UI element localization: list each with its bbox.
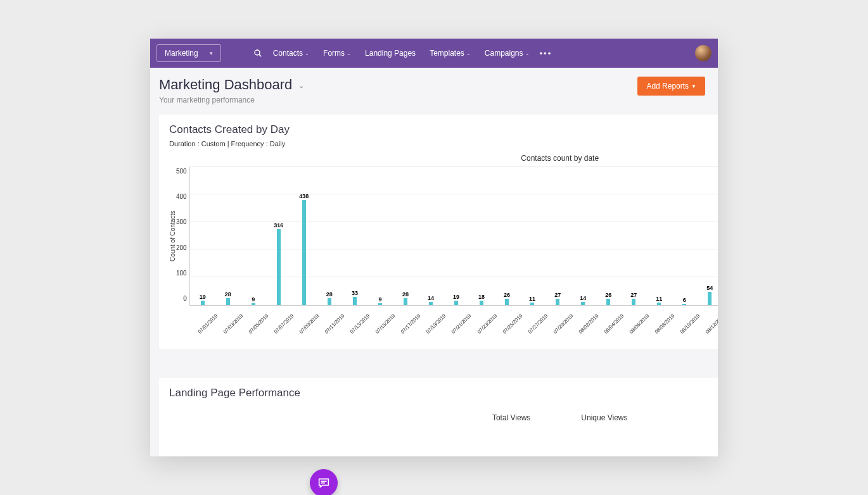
- bar[interactable]: 14: [570, 295, 596, 305]
- bar-value-label: 18: [478, 294, 485, 300]
- bar-value-label: 19: [200, 294, 206, 300]
- card-title: Landing Page Performance: [169, 387, 718, 399]
- x-axis-tick: 08/08/2019: [654, 313, 676, 335]
- y-axis-tick: 200: [176, 244, 187, 251]
- bar-value-label: 438: [299, 193, 309, 199]
- bar-value-label: 54: [706, 285, 713, 291]
- y-axis-tick: 500: [176, 168, 187, 175]
- chart-plot: 1928931643828339281419182611271426271165…: [189, 166, 718, 306]
- y-axis: 5004003002001000: [176, 166, 189, 306]
- nav-item-forms[interactable]: Forms⌄: [323, 49, 351, 58]
- bar[interactable]: 18: [469, 294, 494, 305]
- x-axis-tick: 08/02/2019: [577, 313, 599, 335]
- bar[interactable]: 26: [596, 292, 621, 305]
- card-contacts-by-day: Contacts Created by Day Duration : Custo…: [159, 115, 718, 349]
- bar[interactable]: 28: [393, 291, 418, 305]
- x-axis-tick: 07/17/2019: [400, 313, 422, 335]
- avatar[interactable]: [695, 45, 712, 61]
- x-axis-tick: 07/13/2019: [349, 313, 371, 335]
- y-axis-tick: 400: [176, 193, 187, 200]
- x-axis-tick: 08/10/2019: [679, 313, 701, 335]
- x-axis-tick: 07/21/2019: [450, 313, 473, 335]
- bar-value-label: 11: [529, 296, 535, 302]
- bar-value-label: 27: [554, 292, 561, 298]
- bar-value-label: 27: [630, 292, 637, 298]
- bar-value-label: 9: [378, 296, 381, 303]
- x-axis-tick: 07/29/2019: [552, 313, 574, 335]
- nav-item-campaigns[interactable]: Campaigns⌄: [485, 49, 530, 58]
- bar[interactable]: 11: [646, 296, 672, 305]
- chevron-down-icon: ⌄: [305, 51, 309, 56]
- caret-down-icon: ▼: [691, 84, 696, 89]
- bar[interactable]: 28: [317, 291, 342, 305]
- x-axis: 07/01/201907/03/201907/05/201907/07/2019…: [169, 306, 718, 311]
- bar-value-label: 6: [683, 297, 686, 303]
- nav-item-contacts[interactable]: Contacts⌄: [273, 49, 309, 58]
- metric-column-header: Total Views: [492, 413, 530, 422]
- dashboard-body: Contacts Created by Day Duration : Custo…: [150, 111, 718, 456]
- bar[interactable]: 6: [672, 297, 697, 305]
- page-header: Marketing Dashboard ⌄ Your marketing per…: [150, 68, 718, 111]
- bar-value-label: 14: [428, 295, 434, 301]
- bar-value-label: 19: [453, 294, 459, 300]
- bar[interactable]: 27: [545, 292, 570, 305]
- bar-value-label: 316: [274, 222, 283, 229]
- module-selector-label: Marketing: [165, 49, 198, 58]
- chevron-down-icon: ⌄: [347, 51, 351, 56]
- chart-title: Contacts count by date: [169, 154, 718, 163]
- bar-value-label: 9: [252, 296, 255, 303]
- bar[interactable]: 26: [494, 292, 520, 305]
- bar-value-label: 28: [402, 291, 409, 298]
- nav-item-label: Campaigns: [485, 49, 523, 58]
- search-icon[interactable]: [253, 48, 263, 58]
- chat-fab[interactable]: [310, 469, 338, 495]
- bar[interactable]: 11: [520, 296, 545, 305]
- topbar: Marketing ▾ Contacts⌄Forms⌄Landing Pages…: [150, 39, 718, 68]
- more-menu-icon[interactable]: •••: [540, 49, 552, 58]
- bar-value-label: 11: [656, 296, 662, 302]
- nav-item-label: Landing Pages: [365, 49, 416, 58]
- bar-value-label: 28: [225, 291, 231, 298]
- metric-column-header: Unique Views: [581, 413, 627, 422]
- x-axis-tick: 07/15/2019: [374, 313, 397, 335]
- bar[interactable]: 9: [367, 296, 393, 305]
- bar[interactable]: 19: [444, 294, 469, 305]
- add-reports-button[interactable]: Add Reports ▼: [637, 77, 705, 96]
- y-axis-tick: 300: [176, 218, 187, 225]
- bar-value-label: 26: [605, 292, 611, 298]
- chevron-down-icon: ⌄: [466, 51, 471, 56]
- bar[interactable]: 19: [190, 294, 215, 305]
- x-axis-tick: 07/19/2019: [425, 313, 447, 335]
- y-axis-tick: 0: [183, 295, 187, 302]
- metrics-row: Total ViewsUnique Views: [169, 403, 718, 422]
- module-selector[interactable]: Marketing ▾: [156, 44, 221, 62]
- x-axis-tick: 07/01/2019: [197, 313, 219, 335]
- bar-value-label: 33: [352, 290, 358, 296]
- x-axis-tick: 07/25/2019: [501, 313, 523, 335]
- svg-line-1: [259, 54, 261, 56]
- bar[interactable]: 27: [621, 292, 646, 305]
- nav-item-label: Contacts: [273, 49, 303, 58]
- x-axis-tick: 08/12/2019: [705, 313, 718, 335]
- x-axis-tick: 07/09/2019: [298, 313, 321, 335]
- chevron-down-icon: ⌄: [298, 80, 304, 90]
- card-subtitle: Duration : Custom | Frequency : Daily: [169, 140, 718, 147]
- bar[interactable]: 9: [241, 296, 266, 305]
- x-axis-tick: 07/05/2019: [248, 313, 270, 335]
- y-axis-label: Count of Contacts: [169, 211, 176, 261]
- add-reports-label: Add Reports: [646, 82, 689, 91]
- bar[interactable]: 316: [266, 222, 291, 305]
- bar[interactable]: 438: [291, 193, 317, 305]
- bar[interactable]: 14: [418, 295, 444, 305]
- nav-item-label: Templates: [430, 49, 464, 58]
- nav-item-landing-pages[interactable]: Landing Pages: [365, 49, 416, 58]
- x-axis-tick: 08/04/2019: [603, 313, 625, 335]
- app-window: Marketing ▾ Contacts⌄Forms⌄Landing Pages…: [150, 39, 718, 456]
- svg-point-0: [255, 50, 260, 55]
- nav-item-templates[interactable]: Templates⌄: [430, 49, 471, 58]
- bar[interactable]: 54: [697, 285, 718, 305]
- bar[interactable]: 33: [342, 290, 367, 305]
- card-landing-page-performance: Landing Page Performance Total ViewsUniq…: [159, 378, 718, 456]
- page-title[interactable]: Marketing Dashboard ⌄: [159, 77, 304, 93]
- bar[interactable]: 28: [215, 291, 241, 305]
